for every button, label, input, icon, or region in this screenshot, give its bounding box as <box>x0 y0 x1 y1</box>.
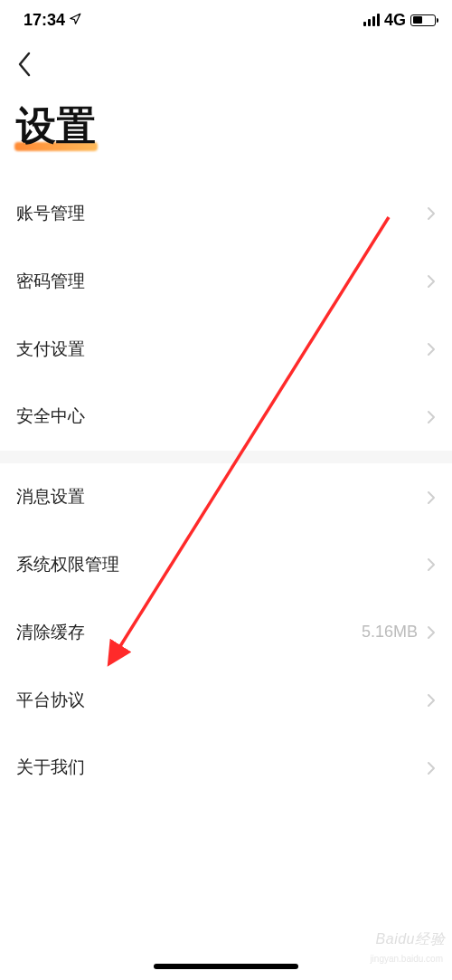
list-item-label: 清除缓存 <box>16 623 85 643</box>
list-item-label: 系统权限管理 <box>16 555 119 576</box>
signal-icon <box>363 14 380 26</box>
list-item-label: 账号管理 <box>16 204 85 224</box>
status-right: 4G <box>363 11 436 30</box>
chevron-right-icon <box>427 490 436 505</box>
network-label: 4G <box>384 11 406 30</box>
nav-back[interactable] <box>0 40 452 81</box>
chevron-right-icon <box>427 693 436 708</box>
list-item-agreement[interactable]: 平台协议 <box>0 667 452 735</box>
status-bar: 17:34 4G <box>0 0 452 40</box>
list-item-payment[interactable]: 支付设置 <box>0 316 452 384</box>
list-item-about[interactable]: 关于我们 <box>0 734 452 802</box>
list-item-label: 消息设置 <box>16 487 85 508</box>
list-item-clear-cache[interactable]: 清除缓存 5.16MB <box>0 599 452 667</box>
list-item-account[interactable]: 账号管理 <box>0 180 452 248</box>
location-icon <box>69 11 81 30</box>
list-item-label: 支付设置 <box>16 339 85 360</box>
list-item-password[interactable]: 密码管理 <box>0 248 452 316</box>
list-item-label: 密码管理 <box>16 271 85 292</box>
section-divider <box>0 451 452 463</box>
watermark-sub: jingyan.baidu.com <box>370 954 443 964</box>
chevron-right-icon <box>427 342 436 357</box>
list-section-1: 账号管理 密码管理 支付设置 安全中心 <box>0 180 452 451</box>
list-item-value: 5.16MB <box>362 623 418 642</box>
chevron-right-icon <box>427 761 436 775</box>
page-title-wrap: 设置 <box>0 81 452 180</box>
battery-icon <box>410 14 436 26</box>
chevron-right-icon <box>427 410 436 424</box>
list-item-permissions[interactable]: 系统权限管理 <box>0 531 452 599</box>
list-item-label: 关于我们 <box>16 757 85 778</box>
status-time-wrap: 17:34 <box>24 11 81 30</box>
list-item-security[interactable]: 安全中心 <box>0 383 452 451</box>
chevron-right-icon <box>427 625 436 640</box>
chevron-right-icon <box>427 557 436 572</box>
list-item-notification[interactable]: 消息设置 <box>0 463 452 531</box>
list-section-2: 消息设置 系统权限管理 清除缓存 5.16MB 平台协议 关于我们 <box>0 463 452 802</box>
status-time: 17:34 <box>24 11 65 30</box>
home-indicator[interactable] <box>154 964 298 969</box>
list-item-label: 平台协议 <box>16 690 85 711</box>
chevron-right-icon <box>427 274 436 289</box>
watermark: Baidu经验 <box>376 930 445 949</box>
chevron-left-icon <box>16 51 33 78</box>
chevron-right-icon <box>427 206 436 221</box>
list-item-label: 安全中心 <box>16 406 85 427</box>
page-title: 设置 <box>16 100 96 153</box>
